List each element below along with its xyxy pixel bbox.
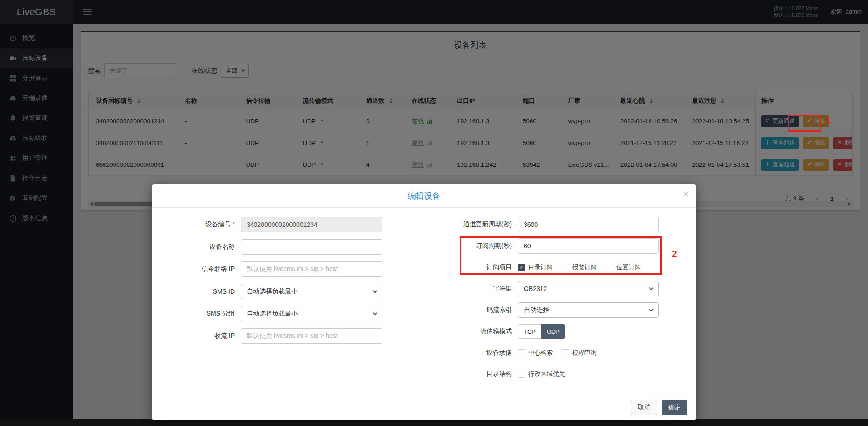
checkbox-group: 中心检索模糊查询: [518, 349, 597, 357]
annotation-label-2: 2: [672, 248, 677, 259]
annotation-label-1: 1: [826, 115, 831, 125]
checkbox[interactable]: [562, 349, 569, 356]
close-icon[interactable]: ×: [683, 189, 689, 200]
form-row-收流 IP: 收流 IP默认使用 livesms.ini > sip > host: [152, 328, 397, 344]
checkbox[interactable]: [518, 349, 525, 356]
input-value: 3600: [524, 221, 538, 228]
field-label: 字符集: [415, 285, 518, 293]
checkbox[interactable]: [518, 371, 525, 378]
modal-header: 编辑设备 ×: [152, 184, 696, 208]
modal-title: 编辑设备: [408, 190, 441, 201]
field-label: 通道更新周期(秒): [415, 221, 518, 229]
required-asterisk: *: [233, 221, 235, 228]
form-row-SMS ID: SMS ID自动选择负载最小: [152, 284, 397, 299]
segment-option-tcp[interactable]: TCP: [518, 324, 541, 339]
select-value: 自动选择负载最小: [247, 287, 298, 296]
form-row-设备录像: 设备录像中心检索模糊查询: [415, 345, 692, 361]
input-placeholder: 默认使用 livesms.ini > sip > host: [247, 332, 338, 340]
form-row-SMS 分组: SMS 分组自动选择负载最小: [152, 306, 397, 321]
segmented-control: TCPUDP: [518, 324, 565, 339]
chevron-down-icon: [373, 288, 377, 293]
chevron-down-icon: [649, 307, 654, 311]
select-dropdown[interactable]: GB2312: [518, 281, 659, 296]
checkbox-group: 行政区域优先: [518, 370, 565, 378]
text-input[interactable]: 默认使用 livesms.ini > sip > host: [241, 328, 382, 344]
select-dropdown[interactable]: 自动选择负载最小: [241, 284, 382, 299]
field-label: 设备名称: [152, 243, 241, 251]
field-label: 设备录像: [415, 349, 518, 357]
modal-left-column: 设备编号*34020000002000001234设备名称信令联络 IP默认使用…: [152, 217, 397, 351]
form-row-码流索引: 码流索引自动选择: [415, 302, 692, 318]
field-label: 目录结构: [415, 370, 518, 378]
select-value: GB2312: [524, 285, 547, 292]
confirm-button[interactable]: 确定: [662, 400, 687, 415]
field-label: 设备编号*: [152, 221, 241, 229]
text-input[interactable]: 默认使用 livecms.ini > sip > host: [241, 261, 382, 277]
field-label: 码流索引: [415, 306, 518, 314]
select-dropdown[interactable]: 自动选择负载最小: [241, 306, 382, 321]
form-row-目录结构: 目录结构行政区域优先: [415, 366, 692, 382]
field-label: 信令联络 IP: [152, 265, 241, 273]
segment-option-udp[interactable]: UDP: [541, 324, 565, 339]
app-window: LiveGBS 接收 ↑ : 0.027 Mbps 发送 ↓ : 0.006 M…: [0, 0, 868, 426]
select-value: 自动选择: [524, 306, 549, 314]
checkbox-label: 中心检索: [528, 349, 553, 357]
form-row-通道更新周期(秒): 通道更新周期(秒)3600: [415, 217, 692, 232]
form-row-字符集: 字符集GB2312: [415, 281, 692, 296]
field-label: SMS 分组: [152, 310, 241, 318]
field-label: 流传输模式: [415, 327, 518, 336]
annotation-box-1: [788, 115, 821, 132]
chevron-down-icon: [649, 286, 654, 290]
modal-footer: 取消 确定: [152, 394, 696, 420]
form-row-流传输模式: 流传输模式TCPUDP: [415, 324, 692, 339]
text-input[interactable]: [241, 239, 382, 255]
checkbox-item: 行政区域优先: [518, 370, 565, 378]
field-label: 收流 IP: [152, 332, 241, 340]
cancel-button[interactable]: 取消: [631, 400, 657, 415]
select-dropdown[interactable]: 自动选择: [518, 302, 659, 318]
checkbox-item: 中心检索: [518, 349, 553, 357]
edit-device-modal: 编辑设备 × 设备编号*34020000002000001234设备名称信令联络…: [152, 184, 696, 420]
text-input[interactable]: 3600: [518, 217, 659, 232]
modal-body: 设备编号*34020000002000001234设备名称信令联络 IP默认使用…: [152, 208, 696, 394]
select-value: 自动选择负载最小: [247, 310, 298, 318]
chevron-down-icon: [373, 311, 377, 315]
input-value: 34020000002000001234: [247, 221, 317, 228]
form-row-信令联络 IP: 信令联络 IP默认使用 livecms.ini > sip > host: [152, 261, 397, 277]
input-placeholder: 默认使用 livecms.ini > sip > host: [247, 265, 338, 273]
annotation-box-2: [460, 236, 662, 275]
checkbox-label: 模糊查询: [572, 349, 597, 357]
readonly-field: 34020000002000001234: [241, 217, 382, 232]
form-row-设备名称: 设备名称: [152, 239, 397, 255]
form-row-设备编号: 设备编号*34020000002000001234: [152, 217, 397, 232]
checkbox-item: 模糊查询: [562, 349, 597, 357]
field-label: SMS ID: [152, 288, 241, 295]
checkbox-label: 行政区域优先: [528, 370, 565, 378]
